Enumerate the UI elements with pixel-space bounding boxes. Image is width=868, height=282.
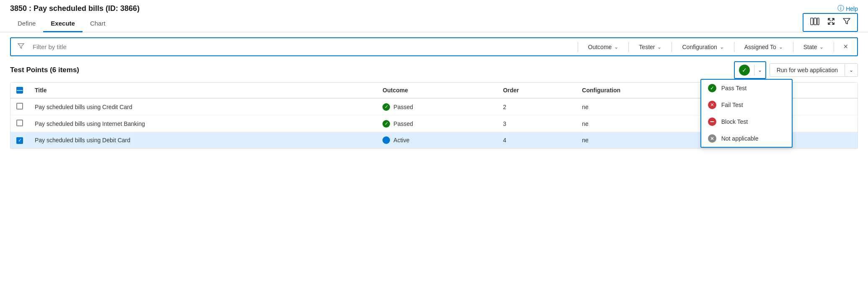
- menu-not-applicable[interactable]: Not applicable: [701, 130, 792, 147]
- menu-pass-test[interactable]: ✓ Pass Test: [701, 80, 792, 97]
- tester-chevron-icon: ⌄: [657, 44, 661, 50]
- row-config-2: ne: [576, 132, 719, 149]
- svg-rect-1: [814, 18, 816, 25]
- row-order-0: 2: [497, 98, 576, 115]
- toolbar-expand-icon[interactable]: [824, 16, 839, 29]
- help-label: Help: [846, 5, 858, 12]
- not-applicable-label: Not applicable: [721, 135, 759, 142]
- column-order: Order: [497, 83, 576, 98]
- row-checkbox-1[interactable]: [16, 120, 23, 126]
- column-title: Title: [29, 83, 377, 98]
- not-applicable-icon: [708, 134, 716, 143]
- select-all-checkbox[interactable]: —: [16, 87, 23, 94]
- toolbar-icons-container: [803, 13, 858, 32]
- filter-tester[interactable]: Tester ⌄: [636, 43, 665, 51]
- row-checkbox-cell-1[interactable]: [10, 115, 29, 132]
- menu-block-test[interactable]: − Block Test: [701, 113, 792, 130]
- filter-state[interactable]: State ⌄: [800, 43, 827, 51]
- main-content: Test Points (6 items) ✓ ⌄ ✓ Pass Test: [10, 61, 858, 149]
- run-web-app-label: Run for web application: [770, 64, 845, 76]
- row-order-2: 4: [497, 132, 576, 149]
- select-all-header[interactable]: —: [10, 83, 29, 98]
- test-points-header: Test Points (6 items) ✓ ⌄ ✓ Pass Test: [10, 61, 858, 79]
- toolbar-filter-icon[interactable]: [840, 16, 854, 29]
- filter-clear-button[interactable]: ×: [841, 42, 850, 52]
- test-points-title: Test Points (6 items): [10, 66, 79, 74]
- row-config-0: ne: [576, 98, 719, 115]
- filter-divider-1: [578, 42, 578, 52]
- fail-test-label: Fail Test: [721, 102, 743, 108]
- row-checkbox-2[interactable]: ✓: [16, 137, 23, 144]
- menu-fail-test[interactable]: ✕ Fail Test: [701, 97, 792, 113]
- outcome-dot-1: ✓: [382, 120, 390, 128]
- row-outcome-1: ✓Passed: [377, 115, 497, 132]
- outcome-action-wrapper: ✓ ⌄ ✓ Pass Test ✕ Fail Test −: [734, 61, 766, 79]
- outcome-dropdown-menu: ✓ Pass Test ✕ Fail Test − Block Test: [700, 79, 793, 148]
- outcome-action-button[interactable]: ✓ ⌄: [734, 61, 766, 79]
- filter-bar-icon: [18, 43, 24, 51]
- tab-chart[interactable]: Chart: [83, 16, 113, 32]
- assigned-to-chevron-icon: ⌄: [779, 44, 783, 50]
- block-test-label: Block Test: [721, 118, 748, 125]
- tab-define[interactable]: Define: [10, 16, 43, 32]
- check-part: ✓: [735, 62, 754, 78]
- row-title-1: Pay scheduled bills using Internet Banki…: [29, 115, 377, 132]
- green-check-icon: ✓: [739, 65, 750, 76]
- filter-bar: Outcome ⌄ Tester ⌄ Configuration ⌄ Assig…: [10, 37, 858, 56]
- filter-outcome[interactable]: Outcome ⌄: [585, 43, 622, 51]
- tab-execute[interactable]: Execute: [43, 16, 83, 32]
- state-chevron-icon: ⌄: [819, 44, 824, 50]
- row-title-0: Pay scheduled bills using Credit Card: [29, 98, 377, 115]
- filter-divider-2: [628, 42, 629, 52]
- outcome-label-1: Passed: [393, 120, 413, 127]
- pass-test-label: Pass Test: [721, 85, 747, 91]
- run-web-app-caret-icon[interactable]: ⌄: [845, 64, 858, 76]
- filter-configuration[interactable]: Configuration ⌄: [679, 43, 727, 51]
- outcome-caret-icon[interactable]: ⌄: [754, 65, 765, 76]
- row-title-2: Pay scheduled bills using Debit Card: [29, 132, 377, 149]
- header-actions: ✓ ⌄ ✓ Pass Test ✕ Fail Test −: [734, 61, 858, 79]
- filter-divider-5: [793, 42, 793, 52]
- row-outcome-0: ✓Passed: [377, 98, 497, 115]
- block-test-icon: −: [708, 118, 716, 126]
- svg-rect-0: [811, 18, 813, 25]
- pass-test-icon: ✓: [708, 84, 716, 92]
- run-web-app-button[interactable]: Run for web application ⌄: [770, 63, 858, 77]
- column-configuration: Configuration: [576, 83, 719, 98]
- row-checkbox-cell-0[interactable]: [10, 98, 29, 115]
- toolbar-columns-icon[interactable]: [807, 16, 823, 29]
- filter-divider-3: [672, 42, 672, 52]
- outcome-label-2: Active: [393, 137, 409, 144]
- page-title: 3850 : Pay scheduled bills (ID: 3866): [10, 4, 140, 13]
- configuration-chevron-icon: ⌄: [720, 44, 724, 50]
- filter-input[interactable]: [33, 43, 571, 50]
- row-checkbox-cell-2[interactable]: ✓: [10, 132, 29, 149]
- svg-rect-2: [817, 18, 819, 25]
- row-order-1: 3: [497, 115, 576, 132]
- fail-test-icon: ✕: [708, 101, 716, 109]
- column-outcome: Outcome: [377, 83, 497, 98]
- row-config-1: ne: [576, 115, 719, 132]
- outcome-dot-0: ✓: [382, 103, 390, 111]
- outcome-chevron-icon: ⌄: [614, 44, 618, 50]
- filter-divider-6: [834, 42, 834, 52]
- outcome-label-0: Passed: [393, 104, 413, 110]
- help-link[interactable]: ⓘ Help: [837, 4, 858, 13]
- row-checkbox-0[interactable]: [16, 103, 23, 110]
- outcome-dot-2: [382, 136, 390, 144]
- filter-divider-4: [734, 42, 734, 52]
- filter-assigned-to[interactable]: Assigned To ⌄: [741, 43, 786, 51]
- help-icon: ⓘ: [837, 4, 844, 13]
- row-outcome-2: Active: [377, 132, 497, 149]
